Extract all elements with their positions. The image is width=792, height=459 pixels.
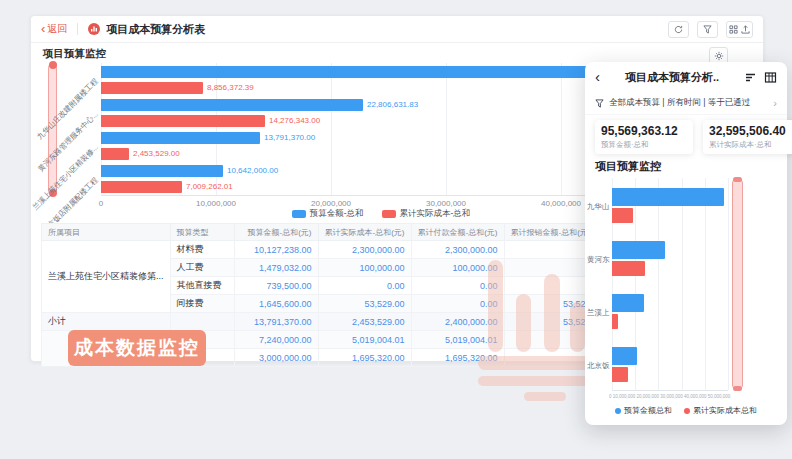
header-actions: [668, 21, 753, 38]
budget-type-cell: [170, 313, 234, 331]
legend-label: 预算金额总和: [624, 405, 672, 416]
kpi-label: 累计实际成本·总和: [709, 140, 792, 150]
filter-button[interactable]: [697, 21, 718, 38]
value-cell: 2,400,000.00: [411, 313, 504, 331]
bar-value-label: 14,276,343.00: [269, 115, 320, 127]
value-cell: 2,453,529.00: [318, 313, 411, 331]
value-cell: 53,529: [504, 295, 597, 313]
value-cell: 53,529.00: [318, 295, 411, 313]
value-cell: 1,479,032.00: [234, 259, 318, 277]
bar-actual[interactable]: [612, 261, 645, 276]
value-cell: 7,240,000.00: [234, 331, 318, 349]
gridline: [446, 63, 447, 195]
value-cell: 5,019,004.01: [318, 331, 411, 349]
bar-value-label: 22,806,631.83: [367, 99, 418, 111]
value-cell: 0: [504, 277, 597, 295]
col-budget-amount: 预算金额-总和(元): [234, 224, 318, 241]
x-tick-label: 30,000,000: [426, 199, 466, 208]
panel-x-axis-labels: 0 10,000,000 20,000,000 30,000,000 40,00…: [609, 393, 722, 399]
legend-item-budget[interactable]: 预算金额-总和: [292, 208, 364, 220]
bar-value-label: 13,791,370.00: [264, 132, 315, 144]
main-section-title: 项目预算监控: [43, 47, 106, 61]
panel-title: 项目成本预算分析..: [600, 70, 744, 85]
bar-budget[interactable]: [101, 66, 657, 78]
bar-actual[interactable]: [612, 367, 628, 382]
header-divider: [77, 23, 78, 35]
value-cell: 0: [504, 241, 597, 259]
col-paid-amount: 累计付款金额-总和(元): [411, 224, 504, 241]
bar-value-label: 7,009,262.01: [186, 181, 233, 193]
project-cell: 兰溪上苑住宅小区精装修第...: [42, 241, 171, 313]
bar-budget[interactable]: [101, 132, 260, 144]
value-cell: 10,127,238.00: [234, 241, 318, 259]
bar-value-label: 2,453,529.00: [133, 148, 180, 160]
legend-dot-red: [684, 408, 690, 414]
panel-section-title: 项目预算监控: [595, 159, 661, 174]
bar-budget[interactable]: [612, 241, 665, 259]
bar-actual[interactable]: [101, 148, 129, 160]
legend-label: 累计实际成本总和: [693, 405, 757, 416]
report-icon: [88, 23, 100, 35]
back-chevron-icon: ‹: [41, 24, 45, 34]
y-category-label: 九华山..: [587, 202, 610, 212]
chevron-right-icon: ›: [773, 97, 777, 109]
panel-filter-bar[interactable]: 全部成本预算 | 所有时间 | 等于已通过 ›: [585, 92, 787, 115]
export-icon: [741, 25, 750, 34]
bar-actual[interactable]: [612, 314, 618, 329]
value-cell: 0: [504, 331, 597, 349]
value-cell: 100,000.00: [411, 259, 504, 277]
refresh-button[interactable]: [668, 21, 689, 38]
window-title: 项目成本预算分析表: [106, 22, 205, 37]
desktop-background: ‹ 返回 项目成本预算分析表: [0, 0, 792, 459]
cost-monitor-caption: 成本数据监控: [68, 330, 206, 366]
value-cell: 1,695,320.00: [318, 349, 411, 367]
x-tick-label: 10,000,000: [196, 199, 236, 208]
bar-value-label: 8,856,372.39: [207, 82, 254, 94]
legend-swatch-blue: [292, 210, 306, 218]
legend-item-actual[interactable]: 累计实际成本总和: [684, 405, 757, 416]
value-cell: 0: [504, 349, 597, 367]
bar-actual[interactable]: [101, 115, 265, 127]
panel-datazoom-slider[interactable]: [732, 178, 743, 390]
gridline: [331, 63, 332, 195]
back-button[interactable]: ‹ 返回: [41, 22, 67, 36]
legend-label: 预算金额-总和: [310, 208, 364, 220]
legend-swatch-red: [382, 210, 396, 218]
value-cell: 0.00: [411, 295, 504, 313]
col-project: 所属项目: [42, 224, 171, 241]
bar-budget[interactable]: [101, 99, 363, 111]
value-cell: 53,529: [504, 313, 597, 331]
kpi-value: 95,569,363.12: [601, 124, 687, 138]
bar-budget[interactable]: [612, 188, 724, 206]
legend-dot-blue: [615, 408, 621, 414]
kpi-cards: 95,569,363.12 预算金额·总和 32,595,506.40 累计实际…: [595, 120, 792, 154]
x-tick-label: 0: [99, 199, 103, 208]
legend-item-budget[interactable]: 预算金额总和: [615, 405, 672, 416]
kpi-actual-total: 32,595,506.40 累计实际成本·总和: [703, 120, 792, 154]
bar-actual[interactable]: [101, 181, 182, 193]
value-cell: 13,791,370.00: [234, 313, 318, 331]
bar-budget[interactable]: [101, 165, 223, 177]
gridline: [561, 63, 562, 195]
sort-list-icon[interactable]: [744, 71, 757, 84]
table-view-icon[interactable]: [764, 71, 777, 84]
gridline: [682, 178, 683, 390]
value-cell: 0: [504, 259, 597, 277]
value-cell: 739,500.00: [234, 277, 318, 295]
more-tools-button[interactable]: [726, 21, 753, 38]
project-cell: 小计: [42, 313, 171, 331]
bar-actual[interactable]: [612, 208, 633, 223]
value-cell: 0.00: [411, 277, 504, 295]
value-cell: 0.00: [318, 277, 411, 295]
bar-value-label: 10,642,000.00: [227, 165, 278, 177]
chart-legend: 预算金额-总和 累计实际成本-总和: [101, 208, 661, 220]
y-category-label: 黄河东路管理服务中心...: [36, 109, 101, 174]
panel-header: ‹ 项目成本预算分析..: [585, 62, 787, 92]
y-category-label: 黄河东..: [587, 255, 610, 265]
bar-actual[interactable]: [101, 82, 203, 94]
bar-budget[interactable]: [612, 294, 644, 312]
back-label: 返回: [47, 22, 67, 36]
gridline: [705, 178, 706, 390]
bar-budget[interactable]: [612, 347, 637, 365]
legend-item-actual[interactable]: 累计实际成本-总和: [382, 208, 471, 220]
